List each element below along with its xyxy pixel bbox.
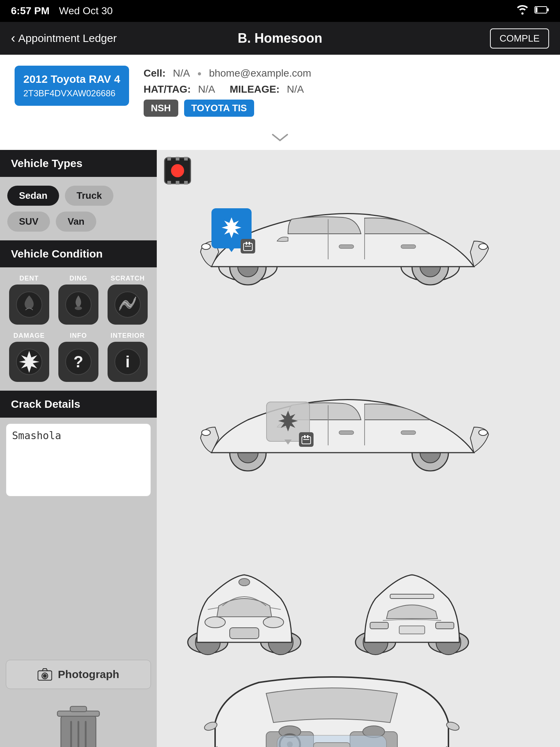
dent-icon-wrapper — [9, 285, 49, 325]
vehicle-type-truck[interactable]: Truck — [65, 186, 113, 206]
car-top-view-container — [193, 664, 470, 747]
damage-marker-1[interactable] — [211, 208, 252, 248]
hat-tag-label: HAT/TAG: — [144, 84, 191, 95]
svg-text:i: i — [125, 353, 130, 371]
car-rear-view — [343, 555, 481, 661]
crack-details-header: Crack Details — [0, 391, 157, 418]
svg-rect-66 — [390, 594, 434, 599]
car-front-rear-container — [175, 555, 481, 661]
condition-damage[interactable]: DAMAGE — [7, 332, 51, 383]
svg-rect-23 — [249, 242, 250, 245]
condition-ding[interactable]: DING — [57, 275, 100, 326]
scratch-label: SCRATCH — [110, 275, 145, 282]
crack-details-section: Smashola — [0, 418, 157, 653]
svg-point-58 — [239, 578, 250, 586]
ding-icon-wrapper — [58, 285, 98, 325]
dent-label: DENT — [19, 275, 39, 282]
vehicle-vin: 2T3BF4DVXAW026686 — [23, 88, 120, 98]
left-panel: Vehicle Types Sedan Truck SUV Van Vehicl… — [0, 150, 157, 747]
car-side-top-container — [175, 186, 553, 290]
ding-label: DING — [69, 275, 87, 282]
damage-marker-2[interactable] — [266, 402, 310, 442]
svg-rect-64 — [436, 622, 454, 629]
back-label: Appointment Ledger — [18, 32, 117, 44]
svg-rect-17 — [70, 707, 87, 712]
status-bar: 6:57 PM Wed Oct 30 — [0, 0, 560, 22]
scratch-icon-wrapper — [108, 285, 148, 325]
photograph-btn-container: Photograph — [0, 653, 157, 696]
back-button[interactable]: ‹ Appointment Ledger — [11, 31, 117, 46]
right-panel — [157, 150, 560, 747]
vehicle-type-sedan[interactable]: Sedan — [7, 186, 59, 206]
svg-point-14 — [43, 674, 46, 677]
svg-rect-33 — [339, 245, 354, 248]
badge-toyota: TOYOTA TIS — [184, 100, 254, 117]
vehicle-type-buttons: Sedan Truck SUV Van — [7, 186, 149, 232]
status-date: Wed Oct 30 — [59, 5, 113, 17]
condition-grid: DENT DING — [0, 267, 157, 391]
svg-rect-37 — [302, 437, 311, 444]
vehicle-types-section: Sedan Truck SUV Van — [0, 177, 157, 240]
svg-point-50 — [202, 430, 210, 436]
svg-rect-39 — [307, 435, 308, 438]
photograph-button[interactable]: Photograph — [6, 660, 151, 689]
svg-rect-22 — [246, 242, 247, 245]
svg-rect-79 — [314, 743, 350, 747]
nav-title: B. Homesoon — [238, 31, 322, 46]
record-button[interactable] — [164, 157, 191, 184]
svg-rect-1 — [547, 8, 549, 11]
condition-dent[interactable]: DENT — [7, 275, 51, 326]
battery-icon — [534, 6, 549, 16]
damage-label: DAMAGE — [13, 332, 45, 340]
nav-bar: ‹ Appointment Ledger B. Homesoon COMPLE — [0, 22, 560, 55]
svg-rect-48 — [401, 431, 416, 434]
car-top-view — [193, 664, 470, 747]
cell-value: N/A — [173, 67, 190, 79]
record-dot — [171, 164, 184, 177]
mileage-value: N/A — [287, 84, 304, 95]
car-side-view-bottom — [175, 372, 503, 475]
svg-rect-2 — [536, 7, 537, 12]
complete-button[interactable]: COMPLE — [490, 28, 549, 49]
trash-icon[interactable] — [49, 700, 108, 747]
svg-point-36 — [202, 244, 210, 249]
vehicle-type-suv[interactable]: SUV — [7, 212, 50, 232]
info-icon-wrapper: ? — [58, 342, 98, 382]
svg-point-57 — [263, 617, 284, 628]
interior-icon-wrapper: i — [108, 342, 148, 382]
car-side-bottom-container — [175, 372, 553, 476]
svg-point-35 — [479, 244, 487, 249]
collapse-button[interactable] — [0, 128, 560, 150]
svg-rect-38 — [304, 435, 306, 438]
status-time: 6:57 PM — [11, 5, 50, 17]
svg-point-5 — [75, 306, 82, 310]
vehicle-make-model: 2012 Toyota RAV 4 — [23, 73, 120, 85]
svg-rect-65 — [399, 626, 425, 634]
wifi-icon — [516, 5, 529, 17]
back-chevron-icon: ‹ — [11, 31, 15, 46]
photograph-label: Photograph — [58, 668, 119, 681]
svg-rect-34 — [401, 245, 416, 248]
vehicle-info: Cell: N/A ● bhome@example.com HAT/TAG: N… — [144, 66, 545, 117]
crack-details-input[interactable]: Smashola — [6, 423, 151, 496]
vehicle-condition-section: DENT DING — [0, 267, 157, 391]
damage-icon-wrapper — [9, 342, 49, 382]
cell-label: Cell: — [144, 67, 166, 79]
svg-point-56 — [205, 617, 225, 628]
svg-rect-63 — [370, 622, 388, 629]
mileage-label: MILEAGE: — [230, 84, 280, 95]
hat-tag-value: N/A — [198, 84, 215, 95]
car-front-view — [175, 555, 314, 661]
condition-interior[interactable]: INTERIOR i — [106, 332, 149, 383]
svg-rect-55 — [230, 628, 259, 639]
vehicle-condition-header: Vehicle Condition — [0, 240, 157, 267]
vehicle-card: 2012 Toyota RAV 4 2T3BF4DVXAW026686 Cell… — [0, 55, 560, 128]
vehicle-tag: 2012 Toyota RAV 4 2T3BF4DVXAW026686 — [15, 66, 129, 106]
svg-rect-47 — [339, 431, 354, 434]
vehicle-types-header: Vehicle Types — [0, 150, 157, 177]
trash-container — [0, 696, 157, 747]
condition-scratch[interactable]: SCRATCH — [106, 275, 149, 326]
condition-info[interactable]: INFO ? — [57, 332, 100, 383]
vehicle-type-van[interactable]: Van — [56, 212, 96, 232]
badge-nsh: NSH — [144, 100, 178, 117]
